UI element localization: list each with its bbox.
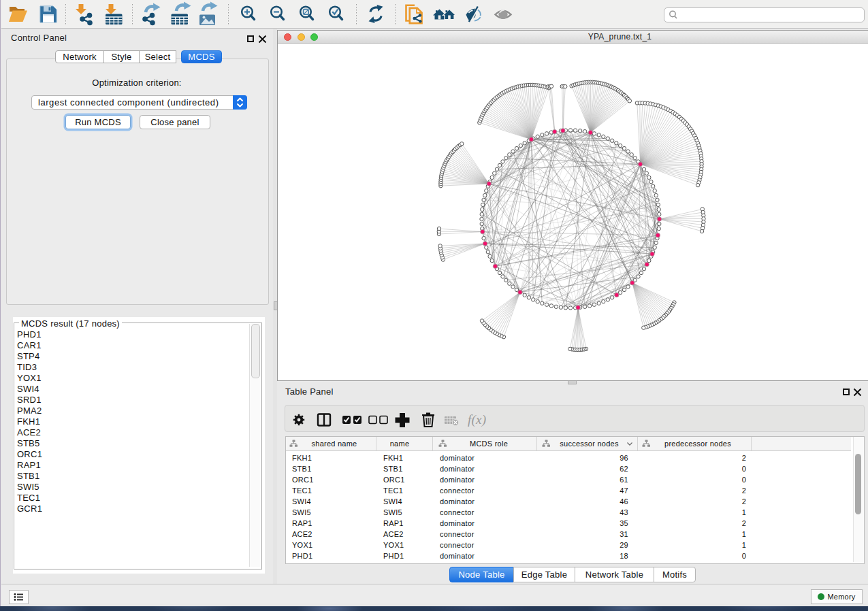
svg-text:f(x): f(x) (468, 412, 486, 427)
